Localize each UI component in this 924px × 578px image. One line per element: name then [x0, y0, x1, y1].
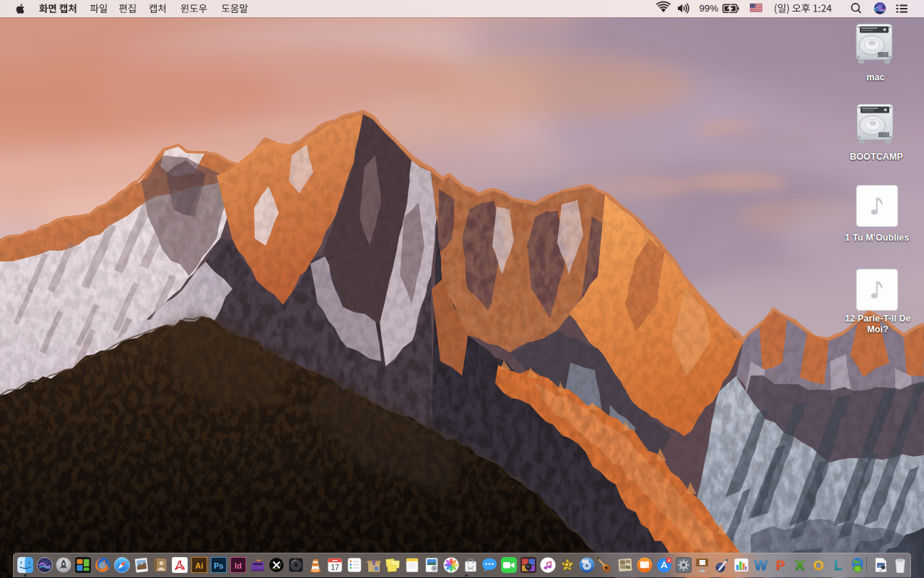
svg-text:4: 4 — [667, 557, 670, 562]
svg-text:Ai: Ai — [196, 561, 204, 569]
svg-text:W: W — [754, 558, 767, 573]
svg-text:JPG: JPG — [879, 569, 882, 571]
svg-text:17: 17 — [331, 562, 339, 571]
svg-text:99%: 99% — [699, 3, 719, 14]
svg-text:L: L — [834, 558, 842, 573]
svg-text:Id: Id — [235, 561, 242, 569]
svg-text:Ps: Ps — [214, 561, 223, 569]
svg-text:O: O — [814, 558, 824, 573]
svg-text:P: P — [775, 558, 785, 573]
svg-text:X: X — [795, 558, 804, 573]
